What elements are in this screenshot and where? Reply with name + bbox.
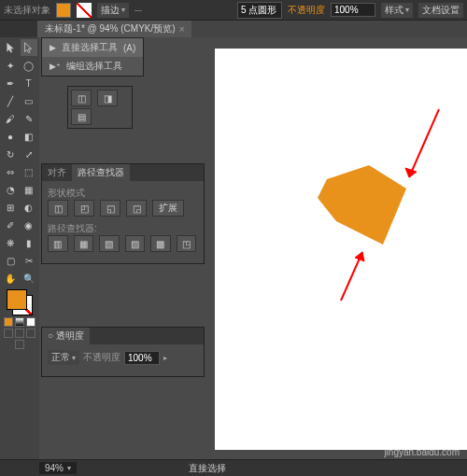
eyedropper-tool[interactable]: ✐ xyxy=(2,217,19,233)
tab-pathfinder[interactable]: 路径查找器 xyxy=(72,164,130,181)
fill-color-icon[interactable] xyxy=(7,289,27,310)
opacity-chevron-icon[interactable]: ▸ xyxy=(163,354,167,362)
line-tool[interactable]: ╱ xyxy=(2,92,19,109)
mini-btn-1[interactable]: ◫ xyxy=(71,90,92,106)
column-graph-tool[interactable]: ▮ xyxy=(21,234,37,251)
blend-mode-dropdown[interactable]: 正常▾ xyxy=(48,350,79,365)
hand-tool[interactable]: ✋ xyxy=(2,270,19,287)
unite-button[interactable]: ◫ xyxy=(48,200,68,217)
opacity-field[interactable]: 100% xyxy=(124,351,160,365)
current-tool-label: 直接选择 xyxy=(189,462,226,475)
magic-wand-tool[interactable]: ✦ xyxy=(2,57,19,74)
annotation-arrow-top xyxy=(402,105,448,189)
exclude-button[interactable]: ◲ xyxy=(126,200,147,217)
annotation-arrow-bottom xyxy=(336,245,374,310)
pencil-tool[interactable]: ✎ xyxy=(21,110,37,127)
screen-mode-icon[interactable] xyxy=(15,340,24,349)
svg-marker-4 xyxy=(355,252,364,261)
blob-brush-tool[interactable]: ● xyxy=(2,128,19,145)
symbol-sprayer-tool[interactable]: ❋ xyxy=(2,234,19,251)
crop-button[interactable]: ▨ xyxy=(125,235,146,252)
zoom-level[interactable]: 94%▾ xyxy=(39,462,77,474)
zoom-tool[interactable]: 🔍 xyxy=(21,270,37,287)
draw-normal-icon[interactable] xyxy=(4,329,13,338)
type-tool[interactable]: T xyxy=(21,75,37,91)
toolbox: ✦ ◯ ✒ T ╱ ▭ 🖌 ✎ ● ◧ ↻ ⤢ ⇔ ⬚ ◔ ▦ ⊞ ◐ ✐ ◉ … xyxy=(0,37,39,459)
pathfinders-label: 路径查找器: xyxy=(48,222,198,235)
tab-title: 未标题-1* @ 94% (CMYK/预览) xyxy=(45,22,176,35)
flyout-group-selection[interactable]: ▶⁺ 编组选择工具 xyxy=(42,57,143,76)
cursor-icon: ▶ xyxy=(50,43,56,52)
direct-selection-tool[interactable] xyxy=(21,39,37,56)
gradient-mode-icon[interactable] xyxy=(15,317,24,327)
document-tab[interactable]: 未标题-1* @ 94% (CMYK/预览) × xyxy=(37,21,191,37)
opacity-label-panel: 不透明度 xyxy=(83,351,120,364)
blend-tool[interactable]: ◉ xyxy=(21,217,37,233)
cursor-plus-icon: ▶⁺ xyxy=(50,62,61,71)
mini-btn-2[interactable]: ◨ xyxy=(97,90,118,106)
tab-transparency[interactable]: ○ 透明度 xyxy=(42,328,90,344)
gradient-tool[interactable]: ◐ xyxy=(21,199,37,216)
watermark: Baidu经验 jingyan.baidu.com xyxy=(384,434,460,457)
tab-close-icon[interactable]: × xyxy=(179,24,185,35)
merge-button[interactable]: ▧ xyxy=(99,235,120,252)
scale-tool[interactable]: ⤢ xyxy=(21,146,37,162)
expand-button[interactable]: 扩展 xyxy=(152,200,184,217)
draw-inside-icon[interactable] xyxy=(26,329,35,338)
minus-front-button[interactable]: ◰ xyxy=(74,200,94,217)
perspective-tool[interactable]: ▦ xyxy=(21,181,37,198)
opacity-label[interactable]: 不透明度 xyxy=(288,4,325,17)
artboard-tool[interactable]: ▢ xyxy=(2,252,19,269)
pathfinder-panel: 对齐 路径查找器 形状模式 ◫ ◰ ◱ ◲ 扩展 路径查找器: ▥ ▦ ▧ ▨ xyxy=(41,163,205,264)
tab-align[interactable]: 对齐 xyxy=(42,164,72,181)
rotate-tool[interactable]: ↻ xyxy=(2,146,19,162)
width-tool[interactable]: ⇔ xyxy=(2,163,19,180)
shape-modes-label: 形状模式 xyxy=(48,187,198,200)
none-mode-icon[interactable] xyxy=(26,317,35,327)
rectangle-tool[interactable]: ▭ xyxy=(21,92,37,109)
divide-button[interactable]: ▥ xyxy=(48,235,68,252)
status-bar: 94%▾ 直接选择 xyxy=(0,459,467,476)
stroke-weight-input[interactable]: 5 点圆形 xyxy=(237,2,282,19)
pen-tool[interactable]: ✒ xyxy=(2,75,19,91)
no-selection-label: 未选择对象 xyxy=(4,4,50,17)
stroke-swatch[interactable] xyxy=(77,3,92,18)
stroke-label[interactable]: 描边▾ xyxy=(97,3,129,18)
outline-button[interactable]: ▩ xyxy=(150,235,171,252)
shape-builder-tool[interactable]: ◔ xyxy=(2,181,19,198)
doc-settings-button[interactable]: 文档设置 xyxy=(418,3,463,18)
mini-panel[interactable]: ◫ ◨ ▤ xyxy=(67,86,133,129)
free-transform-tool[interactable]: ⬚ xyxy=(21,163,37,180)
transparency-panel: ○ 透明度 正常▾ 不透明度 100% ▸ xyxy=(41,327,205,377)
color-mode-icon[interactable] xyxy=(4,317,13,327)
selection-tool[interactable] xyxy=(2,39,19,56)
lasso-tool[interactable]: ◯ xyxy=(21,57,37,74)
svg-marker-2 xyxy=(405,168,417,177)
intersect-button[interactable]: ◱ xyxy=(100,200,120,217)
mesh-tool[interactable]: ⊞ xyxy=(2,199,19,216)
style-dropdown[interactable]: 样式▾ xyxy=(381,3,413,18)
minus-back-button[interactable]: ◳ xyxy=(177,235,197,252)
draw-behind-icon[interactable] xyxy=(15,329,24,338)
stroke-style-icon[interactable]: — xyxy=(134,6,142,14)
paintbrush-tool[interactable]: 🖌 xyxy=(2,110,19,127)
flyout-direct-selection[interactable]: ▶ 直接选择工具 (A) xyxy=(42,38,143,57)
slice-tool[interactable]: ✂ xyxy=(21,252,37,269)
svg-marker-0 xyxy=(318,165,406,245)
artboard[interactable] xyxy=(215,49,467,450)
svg-line-1 xyxy=(409,109,439,177)
mini-btn-3[interactable]: ▤ xyxy=(71,108,92,125)
opacity-input[interactable]: 100% xyxy=(331,3,375,17)
direct-selection-flyout: ▶ 直接选择工具 (A) ▶⁺ 编组选择工具 xyxy=(41,37,144,77)
fill-swatch[interactable] xyxy=(56,3,71,18)
trim-button[interactable]: ▦ xyxy=(74,235,94,252)
eraser-tool[interactable]: ◧ xyxy=(21,128,37,145)
fill-stroke-control[interactable] xyxy=(2,287,37,351)
